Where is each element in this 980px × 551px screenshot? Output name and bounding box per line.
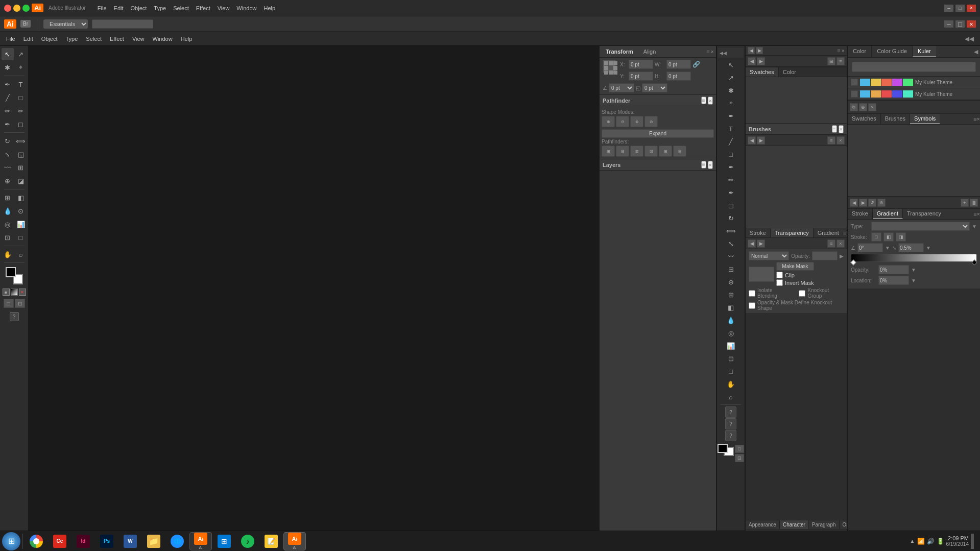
fullscreen-btn[interactable]: ⊡ — [15, 299, 25, 308]
stroke-btn-3[interactable]: ◨ — [896, 232, 906, 242]
scale-tool[interactable]: ⤡ — [2, 148, 14, 160]
taskbar-word[interactable]: W — [119, 532, 141, 550]
layers-close-btn[interactable]: × — [708, 161, 713, 169]
app-menu-file[interactable]: File — [2, 34, 19, 43]
symbols-sym-tab[interactable]: Symbols — [910, 114, 940, 124]
taskbar-time-area[interactable]: 2:09 PM 6/19/2014 — [946, 535, 969, 547]
direct-select-tool2[interactable]: ↗ — [725, 71, 737, 84]
scale-input-gr[interactable] — [898, 243, 924, 252]
location-dropdown[interactable]: ▼ — [911, 278, 916, 283]
panel-collapse-icon[interactable]: ◀◀ — [720, 51, 727, 56]
swatches-header-btn1[interactable]: ◀ — [748, 47, 755, 54]
taskbar-creative-cloud[interactable]: Cc — [49, 532, 71, 550]
eraser-tool2[interactable]: ◻ — [725, 199, 737, 211]
swatches-sym-tab[interactable]: Swatches — [848, 114, 881, 124]
sym-footer-btn3[interactable]: ↺ — [868, 199, 876, 207]
brushes-close-btn[interactable]: × — [839, 125, 844, 133]
taskbar-sticky[interactable]: 📝 — [260, 532, 282, 550]
rotate-tool2[interactable]: ↻ — [725, 212, 737, 224]
kuler-swatch-2-4[interactable] — [892, 90, 902, 98]
color-panel-tab[interactable]: Color — [848, 46, 872, 57]
question-btn1[interactable]: ? — [725, 406, 736, 418]
workspace-selector[interactable]: Essentials — [43, 19, 88, 29]
kuler-swatch-2-3[interactable] — [881, 90, 892, 98]
eyedropper-tool[interactable]: 💧 — [2, 205, 14, 217]
transform-tab[interactable]: Transform — [602, 47, 637, 56]
select-tool2[interactable]: ↖ — [725, 59, 737, 71]
sw-list-btn[interactable]: ≡ — [836, 57, 845, 65]
app-menu-help[interactable]: Help — [177, 34, 197, 43]
sym-footer-btn5[interactable]: + — [961, 199, 969, 207]
puppet-tool2[interactable]: ⊕ — [725, 276, 737, 288]
knockout-group-checkbox[interactable] — [799, 290, 805, 297]
color-guide-tab[interactable]: Color Guide — [872, 46, 913, 57]
warp-tool[interactable]: 〰 — [2, 161, 14, 174]
bridge-button[interactable]: Br — [20, 20, 31, 28]
taskbar-indesign[interactable]: Id — [72, 532, 94, 550]
view-mode-screen[interactable]: □ — [735, 445, 744, 453]
search-input[interactable] — [92, 19, 153, 29]
menu-file[interactable]: File — [94, 4, 110, 13]
perspective-tool[interactable]: ◪ — [15, 175, 27, 187]
magic-wand-tool[interactable]: ✱ — [2, 61, 14, 74]
invert-mask-checkbox[interactable] — [776, 279, 783, 286]
app-menu-select[interactable]: Select — [82, 34, 106, 43]
stroke-sg-tab[interactable]: Stroke — [848, 209, 873, 219]
gradient-stop-1[interactable] — [850, 259, 856, 265]
minus-back-btn[interactable]: ⊟ — [673, 146, 686, 157]
kuler-swatch-1-1[interactable] — [860, 79, 870, 86]
trim-btn[interactable]: ⊟ — [616, 146, 629, 157]
transparency-sg-tab[interactable]: Transparency — [903, 209, 945, 219]
rect-tool2[interactable]: □ — [725, 148, 737, 160]
kuler-swatch-1-3[interactable] — [881, 79, 892, 86]
artboard-tool[interactable]: ⊡ — [2, 231, 14, 244]
taskbar-illustrator2[interactable]: Ai Ai — [283, 532, 306, 550]
transparency-tab-tr[interactable]: Transparency — [771, 228, 814, 237]
crop-btn[interactable]: ⊡ — [644, 146, 658, 157]
merge-btn[interactable]: ⊠ — [630, 146, 643, 157]
blob-brush-tool[interactable]: ✒ — [2, 118, 14, 130]
puppet-warp-tool[interactable]: ⊕ — [2, 175, 14, 187]
br-btn1[interactable]: ◀ — [748, 136, 756, 145]
stroke-tab-tr[interactable]: Stroke — [746, 228, 771, 237]
title-minimize[interactable]: – — [944, 5, 953, 12]
tr-btn4[interactable]: × — [836, 239, 845, 248]
kuler-swatch-1-2[interactable] — [871, 79, 881, 86]
blend-tool[interactable]: ◎ — [2, 218, 14, 230]
title-close[interactable]: × — [967, 5, 976, 12]
opacity-input[interactable] — [812, 251, 838, 260]
pathfinder-menu-btn[interactable]: ≡ — [701, 97, 706, 104]
kuler-search-input[interactable] — [852, 62, 976, 72]
sym-footer-btn6[interactable]: 🗑 — [970, 199, 978, 207]
close-btn[interactable] — [4, 5, 11, 12]
tr-btn2[interactable]: ▶ — [757, 239, 765, 248]
lasso-tool2[interactable]: ⌖ — [725, 97, 737, 109]
stroke-btn-2[interactable]: ◧ — [883, 232, 894, 242]
gradient-sg-tab[interactable]: Gradient — [873, 209, 903, 219]
mesh-tool2[interactable]: ⊞ — [725, 289, 737, 301]
kuler-swatch-2-2[interactable] — [871, 90, 881, 98]
kuler-btn3[interactable]: × — [868, 103, 876, 111]
normal-view-btn[interactable]: □ — [4, 299, 14, 308]
paintbrush-tool2[interactable]: ✒ — [725, 161, 737, 173]
sw-btn2[interactable]: ▶ — [757, 57, 765, 65]
paragraph-tab[interactable]: Paragraph — [809, 520, 840, 529]
kuler-btn2[interactable]: ⊕ — [859, 103, 867, 111]
unite-btn[interactable]: ⊕ — [602, 116, 615, 127]
battery-icon[interactable]: 🔋 — [937, 538, 944, 545]
layers-menu-btn[interactable]: ≡ — [701, 161, 706, 169]
brushes-sym-tab[interactable]: Brushes — [881, 114, 910, 124]
w-input[interactable] — [666, 60, 691, 69]
free-transform-tool[interactable]: ⊞ — [15, 161, 27, 174]
hand-tool2[interactable]: ✋ — [725, 378, 737, 390]
outline-btn[interactable]: ⊞ — [659, 146, 672, 157]
volume-icon[interactable]: 🔊 — [927, 538, 935, 545]
title-restore[interactable]: □ — [955, 5, 965, 12]
taskbar-illustrator1[interactable]: Ai Ai — [189, 532, 212, 550]
gradient-fill-btn[interactable] — [11, 289, 18, 296]
app-menu-edit[interactable]: Edit — [19, 34, 37, 43]
reflect-tool[interactable]: ⟺ — [15, 135, 27, 147]
minus-front-btn[interactable]: ⊖ — [616, 116, 629, 127]
tr-btn1[interactable]: ◀ — [748, 239, 756, 248]
paintbrush-tool[interactable]: ✏ — [2, 105, 14, 117]
